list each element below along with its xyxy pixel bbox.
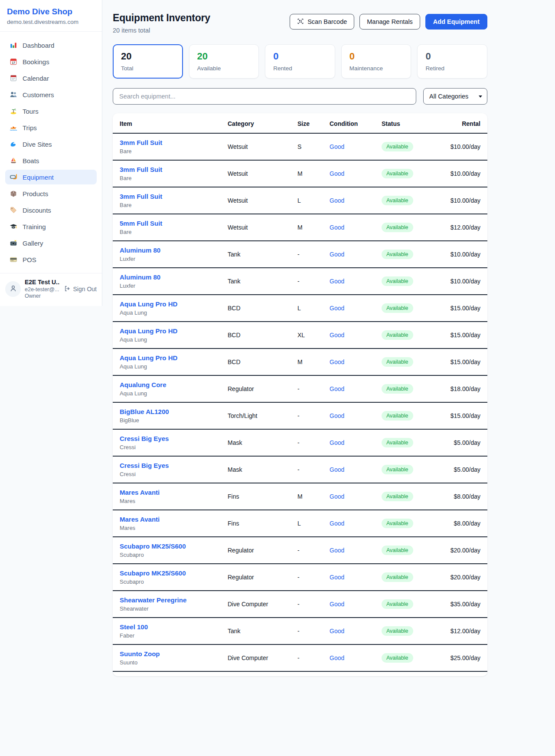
bookings-calendar-icon: 17 bbox=[10, 58, 17, 66]
sidebar-item-equipment[interactable]: Equipment bbox=[5, 170, 97, 184]
item-condition-link[interactable]: Good bbox=[330, 412, 382, 419]
item-condition-link[interactable]: Good bbox=[330, 654, 382, 661]
item-name-link[interactable]: 5mm Full Suit bbox=[120, 220, 228, 227]
item-name-link[interactable]: Aqua Lung Pro HD bbox=[120, 300, 228, 308]
status-badge: Available bbox=[382, 384, 413, 394]
sidebar-item-dive-sites[interactable]: Dive Sites bbox=[5, 137, 97, 151]
item-condition-link[interactable]: Good bbox=[330, 224, 382, 231]
item-size: - bbox=[297, 439, 330, 446]
stat-value: 0 bbox=[425, 51, 479, 62]
add-equipment-label: Add Equipment bbox=[433, 18, 480, 25]
table-row: BigBlue AL1200 BigBlue Torch/Light - Goo… bbox=[113, 403, 487, 430]
item-rental-rate: $10.00/day bbox=[449, 197, 480, 204]
item-name-link[interactable]: Aluminum 80 bbox=[120, 247, 228, 254]
item-name-link[interactable]: BigBlue AL1200 bbox=[120, 408, 228, 415]
add-equipment-button[interactable]: Add Equipment bbox=[425, 14, 487, 30]
item-condition-link[interactable]: Good bbox=[330, 493, 382, 500]
item-name-link[interactable]: 3mm Full Suit bbox=[120, 193, 228, 200]
item-name-link[interactable]: Cressi Big Eyes bbox=[120, 435, 228, 442]
item-condition-link[interactable]: Good bbox=[330, 251, 382, 258]
sign-out-icon bbox=[64, 285, 71, 293]
item-name-link[interactable]: Shearwater Peregrine bbox=[120, 596, 228, 604]
header-actions: Scan Barcode Manage Rentals Add Equipmen… bbox=[290, 14, 487, 30]
item-rental-rate: $15.00/day bbox=[449, 412, 480, 419]
filters-row: All Categories bbox=[113, 88, 487, 105]
sidebar-item-discounts[interactable]: Discounts bbox=[5, 203, 97, 217]
item-name-link[interactable]: Aqua Lung Pro HD bbox=[120, 327, 228, 335]
calendar-icon bbox=[10, 74, 17, 82]
sidebar-item-calendar[interactable]: Calendar bbox=[5, 71, 97, 85]
stat-card-total[interactable]: 20 Total bbox=[113, 44, 183, 79]
item-condition-link[interactable]: Good bbox=[330, 385, 382, 392]
item-condition-link[interactable]: Good bbox=[330, 628, 382, 634]
status-badge: Available bbox=[382, 223, 413, 232]
item-rental-rate: $25.00/day bbox=[449, 654, 480, 661]
sidebar-item-trips[interactable]: Trips bbox=[5, 120, 97, 135]
item-name-link[interactable]: 3mm Full Suit bbox=[120, 166, 228, 173]
brand-title: Demo Dive Shop bbox=[7, 7, 95, 16]
item-size: M bbox=[297, 224, 330, 231]
item-condition-link[interactable]: Good bbox=[330, 601, 382, 608]
status-badge: Available bbox=[382, 438, 413, 447]
search-input[interactable] bbox=[113, 88, 416, 105]
sidebar-item-tours[interactable]: Tours bbox=[5, 104, 97, 118]
category-select[interactable]: All Categories bbox=[423, 88, 487, 105]
item-condition-link[interactable]: Good bbox=[330, 520, 382, 527]
item-condition-link[interactable]: Good bbox=[330, 332, 382, 339]
item-name-link[interactable]: 3mm Full Suit bbox=[120, 139, 228, 146]
status-badge: Available bbox=[382, 196, 413, 205]
item-category: Regulator bbox=[228, 547, 297, 554]
sidebar-item-products[interactable]: Products bbox=[5, 186, 97, 201]
item-name-link[interactable]: Aluminum 80 bbox=[120, 273, 228, 281]
stat-card-maintenance[interactable]: 0 Maintenance bbox=[341, 44, 411, 79]
item-condition-link[interactable]: Good bbox=[330, 278, 382, 285]
table-row: Aqualung Core Aqua Lung Regulator - Good… bbox=[113, 376, 487, 403]
item-name-link[interactable]: Scubapro MK25/S600 bbox=[120, 542, 228, 550]
item-condition-link[interactable]: Good bbox=[330, 574, 382, 581]
sidebar-item-pos[interactable]: POS bbox=[5, 252, 97, 267]
item-name-link[interactable]: Steel 100 bbox=[120, 623, 228, 631]
sidebar-item-label: Bookings bbox=[23, 58, 49, 66]
item-condition-link[interactable]: Good bbox=[330, 170, 382, 177]
sidebar-item-label: Boats bbox=[23, 157, 39, 164]
sidebar-item-training[interactable]: Training bbox=[5, 219, 97, 234]
item-condition-link[interactable]: Good bbox=[330, 143, 382, 150]
table-row: Scubapro MK25/S600 Scubapro Regulator - … bbox=[113, 537, 487, 564]
item-name-link[interactable]: Suunto Zoop bbox=[120, 650, 228, 657]
item-condition-link[interactable]: Good bbox=[330, 358, 382, 365]
item-name-link[interactable]: Mares Avanti bbox=[120, 489, 228, 496]
column-header-condition: Condition bbox=[330, 120, 382, 127]
item-condition-link[interactable]: Good bbox=[330, 197, 382, 204]
user-email: e2e-tester@... bbox=[25, 286, 60, 293]
tag-icon bbox=[10, 206, 17, 214]
sidebar-item-gallery[interactable]: Gallery bbox=[5, 236, 97, 250]
sidebar-item-label: Trips bbox=[23, 124, 37, 131]
sidebar-item-dashboard[interactable]: Dashboard bbox=[5, 38, 97, 53]
manage-rentals-button[interactable]: Manage Rentals bbox=[359, 14, 420, 30]
item-category: Wetsuit bbox=[228, 224, 297, 231]
table-row: Aqua Lung Pro HD Aqua Lung BCD L Good Av… bbox=[113, 295, 487, 322]
stat-card-retired[interactable]: 0 Retired bbox=[417, 44, 487, 79]
item-condition-link[interactable]: Good bbox=[330, 439, 382, 446]
item-size: M bbox=[297, 358, 330, 365]
stat-card-available[interactable]: 20 Available bbox=[189, 44, 259, 79]
item-condition-link[interactable]: Good bbox=[330, 305, 382, 312]
sidebar-item-bookings[interactable]: 17 Bookings bbox=[5, 54, 97, 69]
item-size: - bbox=[297, 654, 330, 661]
item-size: XL bbox=[297, 332, 330, 339]
item-name-link[interactable]: Scubapro MK25/S600 bbox=[120, 569, 228, 577]
stat-card-rented[interactable]: 0 Rented bbox=[265, 44, 335, 79]
scan-barcode-button[interactable]: Scan Barcode bbox=[290, 14, 354, 30]
item-condition-link[interactable]: Good bbox=[330, 547, 382, 554]
sidebar-item-boats[interactable]: Boats bbox=[5, 153, 97, 168]
item-condition-link[interactable]: Good bbox=[330, 466, 382, 473]
item-name-link[interactable]: Aqua Lung Pro HD bbox=[120, 354, 228, 362]
item-name-link[interactable]: Aqualung Core bbox=[120, 381, 228, 388]
user-info: E2E Test U... e2e-tester@... Owner bbox=[25, 279, 60, 300]
item-name-link[interactable]: Cressi Big Eyes bbox=[120, 462, 228, 469]
sign-out-button[interactable]: Sign Out bbox=[64, 285, 97, 293]
sidebar-item-label: Discounts bbox=[23, 207, 51, 214]
item-size: L bbox=[297, 197, 330, 204]
item-name-link[interactable]: Mares Avanti bbox=[120, 516, 228, 523]
sidebar-item-customers[interactable]: Customers bbox=[5, 87, 97, 102]
